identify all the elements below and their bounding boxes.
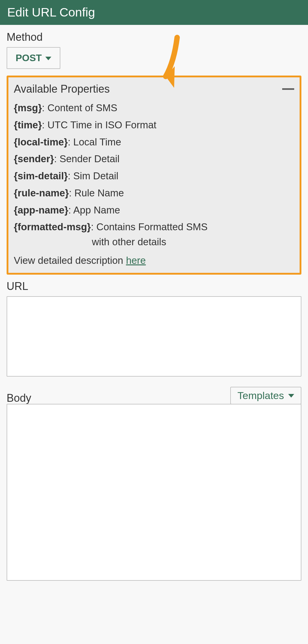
property-desc: App Name bbox=[73, 204, 120, 216]
property-item: {sim-detail}: Sim Detail bbox=[14, 168, 294, 185]
body-input[interactable] bbox=[7, 404, 301, 581]
body-label: Body bbox=[7, 392, 31, 404]
collapse-icon bbox=[282, 84, 294, 94]
property-item: {rule-name}: Rule Name bbox=[14, 185, 294, 202]
property-key: {msg} bbox=[14, 102, 42, 113]
property-desc-continued: with other details bbox=[14, 234, 294, 249]
property-key: {formatted-msg} bbox=[14, 221, 91, 232]
method-selected-value: POST bbox=[16, 52, 42, 64]
property-key: {sim-detail} bbox=[14, 170, 68, 181]
properties-footer: View detailed description here bbox=[8, 249, 300, 266]
page-title: Edit URL Config bbox=[7, 5, 95, 19]
properties-detail-link[interactable]: here bbox=[126, 255, 146, 266]
body-header-row: Body Templates bbox=[7, 387, 301, 404]
properties-panel-header[interactable]: Available Properties bbox=[8, 83, 300, 100]
content-area: Method POST Available Properties {msg}: … bbox=[0, 25, 308, 588]
property-item: {sender}: Sender Detail bbox=[14, 151, 294, 168]
property-desc: Contains Formatted SMS bbox=[96, 221, 207, 232]
properties-footer-text: View detailed description bbox=[14, 255, 126, 266]
property-key: {app-name} bbox=[14, 204, 68, 216]
app-header: Edit URL Config bbox=[0, 0, 308, 25]
templates-button-label: Templates bbox=[237, 390, 284, 401]
property-item: {local-time}: Local Time bbox=[14, 134, 294, 151]
url-input[interactable] bbox=[7, 296, 301, 377]
properties-panel-title: Available Properties bbox=[14, 83, 110, 95]
chevron-down-icon bbox=[288, 394, 294, 398]
property-key: {time} bbox=[14, 119, 42, 130]
body-field: Body Templates bbox=[7, 387, 301, 582]
property-key: {sender} bbox=[14, 153, 54, 164]
templates-button[interactable]: Templates bbox=[230, 387, 301, 404]
method-field: Method POST bbox=[7, 31, 301, 69]
property-key: {local-time} bbox=[14, 136, 68, 148]
property-desc: UTC Time in ISO Format bbox=[47, 119, 156, 130]
property-desc: Rule Name bbox=[74, 187, 124, 198]
properties-list: {msg}: Content of SMS {time}: UTC Time i… bbox=[8, 100, 300, 249]
chevron-down-icon bbox=[45, 57, 51, 60]
property-item: {msg}: Content of SMS bbox=[14, 100, 294, 117]
property-desc: Sim Detail bbox=[73, 170, 118, 181]
url-field: URL bbox=[7, 280, 301, 378]
method-label: Method bbox=[7, 31, 301, 43]
property-item: {formatted-msg}: Contains Formatted SMS bbox=[14, 219, 294, 236]
url-label: URL bbox=[7, 280, 301, 293]
property-desc: Content of SMS bbox=[47, 102, 117, 113]
property-desc: Local Time bbox=[73, 136, 121, 148]
method-select[interactable]: POST bbox=[7, 47, 60, 69]
property-item: {time}: UTC Time in ISO Format bbox=[14, 117, 294, 134]
property-item: {app-name}: App Name bbox=[14, 202, 294, 219]
property-desc: Sender Detail bbox=[59, 153, 119, 164]
available-properties-panel: Available Properties {msg}: Content of S… bbox=[7, 76, 301, 275]
property-key: {rule-name} bbox=[14, 187, 69, 198]
